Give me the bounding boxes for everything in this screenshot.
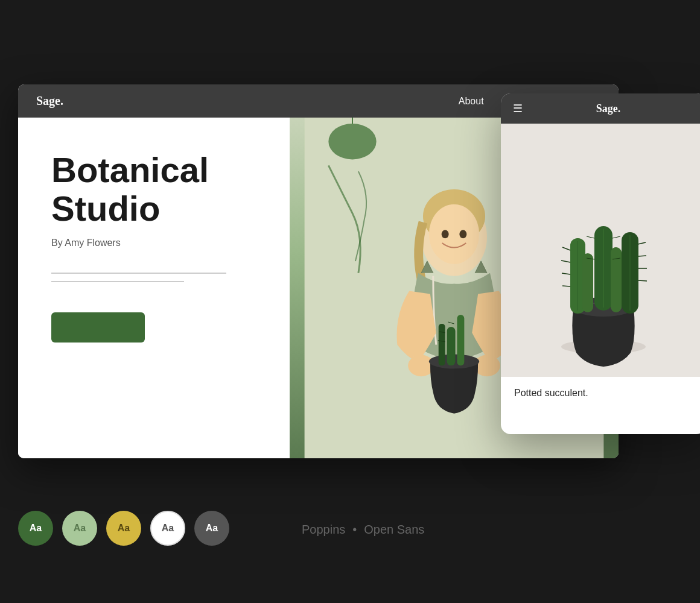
left-panel: BotanicalStudio By Amy Flowers [18, 118, 290, 458]
svg-rect-29 [611, 247, 622, 312]
swatch-yellow-label: Aa [118, 523, 130, 534]
swatch-dark-gray-label: Aa [206, 523, 218, 534]
swatch-light-green[interactable]: Aa [62, 511, 97, 546]
mobile-caption: Potted succulent. [514, 388, 693, 399]
input-line-1 [51, 273, 226, 274]
svg-point-17 [442, 230, 449, 238]
swatch-white-label: Aa [162, 523, 174, 534]
svg-point-2 [328, 124, 376, 159]
succulent-svg [513, 133, 694, 368]
swatch-yellow[interactable]: Aa [106, 511, 141, 546]
swatch-white[interactable]: Aa [150, 511, 185, 546]
swatch-dark-green-label: Aa [30, 523, 42, 534]
hero-subtitle: By Amy Flowers [51, 238, 259, 248]
nav-link-about[interactable]: About [459, 96, 484, 107]
svg-point-7 [429, 204, 479, 264]
svg-line-37 [638, 280, 647, 281]
hero-title: BotanicalStudio [51, 151, 259, 228]
svg-line-33 [562, 286, 570, 286]
swatch-dark-green[interactable]: Aa [18, 511, 53, 546]
mobile-nav: ☰ Sage. [501, 93, 700, 124]
swatches-row: Aa Aa Aa Aa Aa [18, 511, 229, 546]
svg-point-18 [459, 230, 466, 238]
scene: Sage. About Succulents Contact Botanical… [0, 0, 700, 603]
svg-rect-13 [439, 324, 445, 365]
svg-rect-12 [457, 315, 464, 365]
font-label-opensans: Open Sans [364, 523, 424, 537]
swatch-dark-gray[interactable]: Aa [194, 511, 229, 546]
font-labels: Poppins • Open Sans [302, 523, 424, 537]
cta-button[interactable] [51, 312, 145, 343]
mobile-image-area [501, 124, 700, 377]
nav-logo: Sage. [36, 94, 459, 108]
mobile-card: ☰ Sage. [501, 93, 700, 434]
svg-line-35 [638, 256, 646, 256]
hamburger-icon[interactable]: ☰ [513, 102, 523, 115]
swatch-light-green-label: Aa [74, 523, 86, 534]
mobile-caption-area: Potted succulent. [501, 377, 700, 409]
mobile-logo: Sage. [523, 103, 694, 115]
font-separator: • [352, 523, 357, 537]
input-line-2 [51, 281, 184, 282]
svg-rect-28 [582, 253, 593, 312]
font-label-poppins: Poppins [302, 523, 345, 537]
svg-rect-11 [447, 327, 456, 365]
